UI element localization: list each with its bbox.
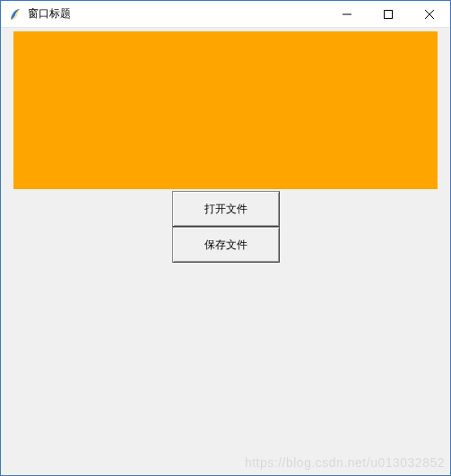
minimize-button[interactable] — [326, 1, 368, 27]
open-file-button-label: 打开文件 — [204, 202, 247, 217]
tk-feather-icon — [8, 7, 22, 22]
save-file-button[interactable]: 保存文件 — [172, 227, 280, 263]
orange-canvas — [13, 31, 438, 189]
titlebar[interactable]: 窗口标题 — [1, 1, 450, 28]
svg-rect-1 — [385, 10, 393, 18]
button-stack: 打开文件 保存文件 — [172, 191, 280, 263]
window-title: 窗口标题 — [28, 6, 71, 22]
open-file-button[interactable]: 打开文件 — [172, 191, 280, 227]
maximize-button[interactable] — [368, 1, 409, 27]
client-area: 打开文件 保存文件 https://blog.csdn.net/u0130328… — [1, 28, 450, 475]
close-button[interactable] — [409, 1, 450, 27]
window-frame: 窗口标题 打开文件 保存文件 https://blog.csdn.net/u01… — [0, 0, 451, 476]
save-file-button-label: 保存文件 — [204, 238, 247, 253]
window-controls — [326, 1, 450, 27]
watermark-text: https://blog.csdn.net/u013032852 — [245, 455, 445, 470]
